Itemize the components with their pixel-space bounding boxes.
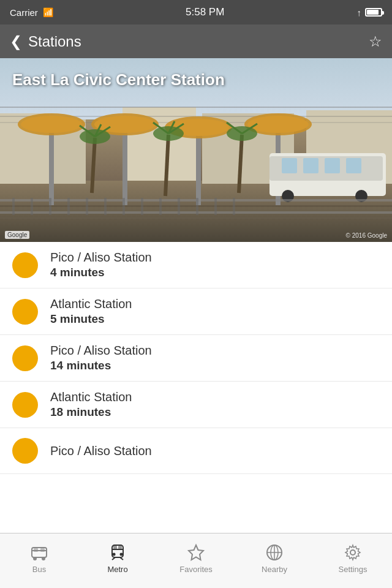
- battery-icon: [365, 8, 382, 17]
- svg-rect-50: [31, 198, 33, 215]
- svg-rect-57: [159, 198, 162, 215]
- train-destination-3: Pico / Aliso Station: [50, 344, 152, 358]
- tab-settings-label: Settings: [339, 565, 368, 574]
- bus-icon: [29, 543, 49, 562]
- train-item-4[interactable]: Atlantic Station 18 minutes: [0, 382, 392, 428]
- train-destination-5: Pico / Aliso Station: [50, 444, 152, 458]
- tab-bus[interactable]: Bus: [0, 533, 78, 588]
- svg-rect-56: [141, 198, 143, 215]
- tab-metro-label: Metro: [107, 565, 127, 574]
- svg-point-18: [21, 116, 82, 133]
- status-right: ↑: [357, 7, 383, 18]
- nav-title: Stations: [28, 33, 81, 50]
- tab-metro[interactable]: Metro: [78, 533, 157, 588]
- tab-bus-label: Bus: [32, 565, 46, 574]
- train-info-5: Pico / Aliso Station: [50, 444, 152, 458]
- svg-rect-43: [325, 158, 340, 173]
- svg-rect-58: [178, 198, 180, 215]
- train-dot-4: [12, 392, 38, 418]
- content-area: East La Civic Center Station Google © 20…: [0, 58, 392, 567]
- train-info-2: Atlantic Station 5 minutes: [50, 297, 132, 326]
- svg-rect-54: [104, 198, 107, 215]
- status-left: Carrier 📶: [10, 7, 53, 18]
- svg-rect-61: [233, 198, 235, 215]
- svg-rect-64: [34, 548, 38, 552]
- train-item-2[interactable]: Atlantic Station 5 minutes: [0, 288, 392, 335]
- svg-rect-41: [282, 158, 297, 173]
- station-image: East La Civic Center Station Google © 20…: [0, 58, 392, 242]
- tab-bar: Bus Metro Favorites Nearby: [0, 533, 392, 588]
- favorites-icon: [186, 543, 206, 562]
- train-destination-2: Atlantic Station: [50, 297, 132, 311]
- svg-rect-11: [123, 126, 127, 205]
- train-info-3: Pico / Aliso Station 14 minutes: [50, 344, 152, 372]
- train-info-4: Atlantic Station 18 minutes: [50, 390, 132, 419]
- svg-rect-53: [86, 198, 88, 215]
- svg-rect-60: [214, 198, 217, 215]
- trains-list: Pico / Aliso Station 4 minutes Atlantic …: [0, 242, 392, 567]
- carrier-label: Carrier: [10, 7, 38, 18]
- svg-marker-76: [189, 545, 203, 560]
- train-destination-1: Pico / Aliso Station: [50, 251, 152, 265]
- train-time-3: 14 minutes: [50, 359, 152, 372]
- settings-icon: [343, 543, 363, 562]
- back-button[interactable]: ❮ Stations: [10, 33, 81, 50]
- back-arrow-icon: ❮: [10, 33, 22, 50]
- tab-favorites-label: Favorites: [179, 565, 212, 574]
- location-icon: ↑: [357, 7, 362, 18]
- train-item-3[interactable]: Pico / Aliso Station 14 minutes: [0, 335, 392, 382]
- train-destination-4: Atlantic Station: [50, 390, 132, 404]
- train-item-1[interactable]: Pico / Aliso Station 4 minutes: [0, 242, 392, 288]
- status-bar: Carrier 📶 5:58 PM ↑: [0, 0, 392, 24]
- svg-rect-44: [346, 158, 361, 173]
- status-time: 5:58 PM: [186, 6, 224, 18]
- svg-rect-10: [49, 126, 54, 205]
- train-dot-1: [12, 252, 38, 278]
- svg-rect-71: [118, 546, 122, 549]
- svg-point-66: [33, 557, 37, 560]
- train-dot-3: [12, 345, 38, 371]
- train-item-5[interactable]: Pico / Aliso Station: [0, 428, 392, 474]
- svg-rect-70: [113, 546, 117, 549]
- train-info-1: Pico / Aliso Station 4 minutes: [50, 251, 152, 279]
- wifi-icon: 📶: [43, 7, 53, 17]
- svg-point-67: [42, 557, 45, 560]
- svg-rect-65: [40, 548, 45, 552]
- svg-rect-52: [67, 198, 70, 215]
- svg-point-81: [350, 550, 355, 555]
- station-name: East La Civic Center Station: [12, 70, 225, 89]
- nearby-icon: [265, 543, 284, 562]
- svg-point-72: [113, 553, 116, 556]
- favorite-button[interactable]: ☆: [369, 33, 382, 50]
- svg-rect-55: [123, 198, 125, 215]
- tab-settings[interactable]: Settings: [314, 533, 392, 588]
- train-time-4: 18 minutes: [50, 405, 132, 419]
- tab-nearby-label: Nearby: [262, 565, 287, 574]
- google-credit: Google: [5, 231, 29, 239]
- svg-rect-49: [12, 198, 15, 215]
- svg-point-73: [120, 553, 123, 556]
- tab-nearby[interactable]: Nearby: [235, 533, 314, 588]
- svg-rect-12: [196, 129, 201, 205]
- train-dot-5: [12, 438, 38, 464]
- tab-favorites[interactable]: Favorites: [157, 533, 235, 588]
- train-time-1: 4 minutes: [50, 266, 152, 279]
- nav-bar: ❮ Stations ☆: [0, 24, 392, 58]
- train-dot-2: [12, 299, 38, 325]
- svg-rect-51: [49, 198, 51, 215]
- google-copyright: © 2016 Google: [346, 232, 387, 239]
- svg-rect-59: [196, 198, 198, 215]
- train-icon: [108, 543, 127, 562]
- svg-rect-42: [303, 158, 318, 173]
- svg-rect-4: [0, 217, 392, 219]
- train-time-2: 5 minutes: [50, 312, 132, 326]
